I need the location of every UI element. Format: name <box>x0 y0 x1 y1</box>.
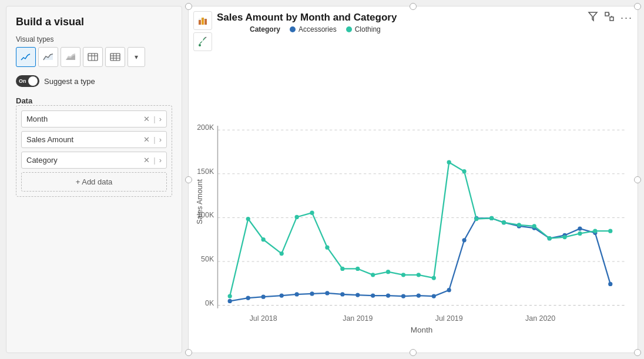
svg-point-54 <box>447 288 451 292</box>
svg-point-41 <box>246 296 250 300</box>
svg-point-47 <box>340 292 344 296</box>
category-field-actions: ✕ | › <box>143 156 162 165</box>
svg-point-69 <box>280 251 284 256</box>
svg-rect-13 <box>199 20 201 25</box>
line-chart-btn[interactable] <box>16 47 36 67</box>
category-field-label: Category <box>26 156 58 165</box>
svg-rect-15 <box>204 19 207 25</box>
legend-clothing: Clothing <box>346 25 381 33</box>
svg-point-50 <box>386 293 390 297</box>
svg-point-73 <box>340 267 344 271</box>
divider: | <box>153 115 155 123</box>
more-icon[interactable]: ··· <box>620 12 633 24</box>
chart-toolbar-icons: ··· <box>588 11 633 24</box>
visual-types-section: Visual types <box>16 35 172 67</box>
visual-types-dropdown[interactable]: ▾ <box>128 47 145 67</box>
sales-arrow-icon[interactable]: › <box>159 135 162 144</box>
month-field: Month ✕ | › <box>21 110 167 128</box>
bar-chart-toolbar-btn[interactable] <box>193 11 212 30</box>
chart-body: 0K 50K 100K 150K 200K Sales Amount Jul 2… <box>193 51 638 353</box>
svg-rect-4 <box>88 53 98 61</box>
month-field-actions: ✕ | › <box>143 115 162 123</box>
filter-icon[interactable] <box>588 11 598 24</box>
svg-point-71 <box>310 211 314 215</box>
svg-text:Sales Amount: Sales Amount <box>196 179 204 224</box>
svg-point-55 <box>462 238 466 242</box>
svg-point-91 <box>608 229 612 233</box>
sales-amount-field-label: Sales Amount <box>26 135 73 144</box>
svg-point-84 <box>502 220 506 224</box>
category-arrow-icon[interactable]: › <box>159 156 162 165</box>
svg-rect-8 <box>110 53 120 61</box>
svg-text:Month: Month <box>411 326 432 334</box>
svg-marker-3 <box>66 53 75 60</box>
handle-top-left[interactable] <box>185 3 192 10</box>
svg-point-90 <box>593 229 597 233</box>
month-field-label: Month <box>26 115 48 123</box>
divider2: | <box>153 135 155 144</box>
svg-point-66 <box>228 294 232 298</box>
svg-text:Jan 2019: Jan 2019 <box>343 314 373 323</box>
handle-mid-right[interactable] <box>634 176 641 183</box>
main-container: Build a visual Visual types <box>0 0 644 359</box>
handle-bot-left[interactable] <box>185 349 192 356</box>
svg-point-40 <box>228 299 232 303</box>
area-chart-btn[interactable] <box>38 47 58 67</box>
chevron-down-icon: ▾ <box>135 53 138 61</box>
sales-amount-field: Sales Amount ✕ | › <box>21 131 167 148</box>
svg-point-51 <box>401 294 405 298</box>
svg-point-87 <box>547 236 551 240</box>
svg-point-17 <box>199 44 201 46</box>
svg-point-83 <box>489 216 494 220</box>
svg-point-77 <box>401 273 405 277</box>
panel-title: Build a visual <box>16 16 172 28</box>
svg-rect-14 <box>202 18 204 25</box>
svg-point-82 <box>474 217 478 221</box>
svg-point-76 <box>386 270 390 274</box>
month-clear-icon[interactable]: ✕ <box>143 115 150 123</box>
divider3: | <box>153 156 155 165</box>
month-arrow-icon[interactable]: › <box>159 115 162 123</box>
table-btn[interactable] <box>83 47 103 67</box>
suggest-toggle[interactable]: On <box>16 75 39 87</box>
accessories-dot <box>290 26 296 32</box>
data-fields: Month ✕ | › Sales Amount ✕ | › <box>16 105 172 197</box>
svg-point-86 <box>532 224 536 228</box>
handle-mid-left[interactable] <box>185 176 192 183</box>
svg-point-46 <box>325 291 329 295</box>
svg-rect-16 <box>199 19 207 19</box>
svg-text:200K: 200K <box>197 123 214 132</box>
svg-point-53 <box>432 294 436 298</box>
svg-point-44 <box>295 292 299 296</box>
handle-bot-right[interactable] <box>634 349 641 356</box>
svg-point-49 <box>371 293 375 297</box>
focus-icon[interactable] <box>604 11 615 24</box>
svg-marker-18 <box>589 12 597 21</box>
handle-top-right[interactable] <box>634 3 641 10</box>
sales-clear-icon[interactable]: ✕ <box>143 135 150 144</box>
svg-text:150K: 150K <box>197 167 214 176</box>
svg-point-72 <box>325 246 329 250</box>
matrix-btn[interactable] <box>105 47 125 67</box>
visual-types-row: ▾ <box>16 47 172 67</box>
stacked-area-btn[interactable] <box>61 47 80 67</box>
clothing-label: Clothing <box>355 25 381 33</box>
svg-text:50K: 50K <box>201 255 214 263</box>
add-data-button[interactable]: + Add data <box>21 172 167 192</box>
category-field: Category ✕ | › <box>21 152 167 169</box>
visual-types-label: Visual types <box>16 35 172 43</box>
svg-point-78 <box>417 273 421 277</box>
svg-text:Jan 2020: Jan 2020 <box>525 314 555 323</box>
chart-svg: 0K 50K 100K 150K 200K Sales Amount Jul 2… <box>193 51 632 353</box>
svg-rect-20 <box>610 17 613 21</box>
paint-toolbar-btn[interactable] <box>193 32 212 51</box>
svg-point-52 <box>417 293 421 297</box>
svg-point-42 <box>261 295 266 299</box>
legend-category-label: Category <box>250 25 280 33</box>
handle-top-center[interactable] <box>410 3 417 10</box>
data-label: Data <box>16 96 172 105</box>
svg-point-63 <box>578 226 582 230</box>
data-section: Data Month ✕ | › Sales Amount ✕ | › <box>16 94 172 197</box>
category-clear-icon[interactable]: ✕ <box>143 156 150 165</box>
handle-bot-center[interactable] <box>410 349 417 356</box>
